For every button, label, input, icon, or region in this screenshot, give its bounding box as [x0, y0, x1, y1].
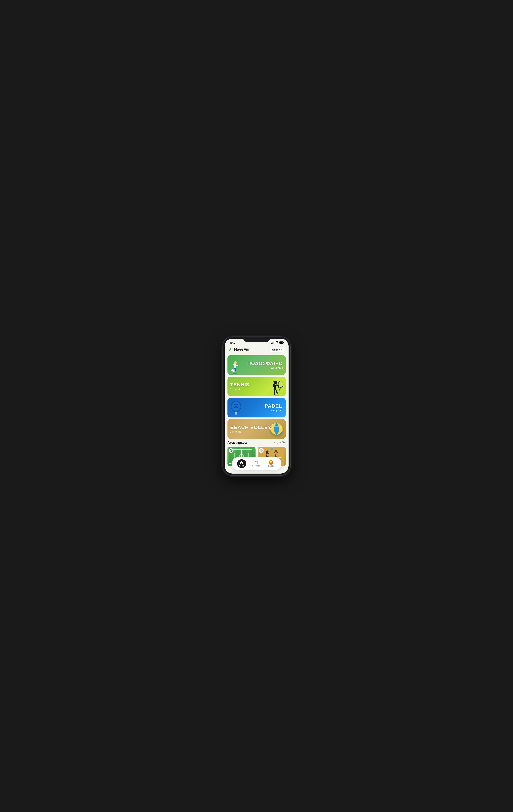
- padel-text: PADEL 46 γήπεδα: [265, 404, 282, 412]
- football-title: ΠΟΔΟΣΦΑΙΡΟ: [247, 361, 283, 366]
- svg-point-45: [275, 450, 277, 452]
- svg-point-17: [232, 402, 240, 411]
- logo: HaveFun: [228, 347, 251, 352]
- svg-rect-53: [255, 463, 256, 463]
- home-icon: [240, 460, 244, 464]
- signal-icon: [271, 342, 274, 344]
- tennis-text: TENNIS 71 γήπεδα: [230, 382, 250, 390]
- profile-avatar: [269, 460, 273, 465]
- sport-card-tennis[interactable]: TENNIS 71 γήπεδα: [227, 377, 286, 396]
- city-selector[interactable]: Αθήνα ▾: [269, 347, 285, 352]
- nav-item-home[interactable]: Home: [237, 459, 246, 468]
- fav-football-icon: ⚽: [229, 448, 233, 453]
- chevron-down-icon: ▾: [281, 348, 282, 351]
- fav-beach-icon: 🏐: [259, 448, 264, 453]
- football-player-illustration: [229, 357, 245, 375]
- svg-point-26: [235, 407, 236, 408]
- content-area[interactable]: ΠΟΔΟΣΦΑΙΡΟ 128 γήπεδα TENNIS 71 γήπεδα: [225, 355, 289, 473]
- city-name: Αθήνα: [272, 348, 280, 351]
- nav-profile-label: Profile: [268, 465, 274, 467]
- app-header: HaveFun Αθήνα ▾: [225, 345, 289, 355]
- football-subtitle: 128 γήπεδα: [247, 367, 283, 369]
- padel-racket-illustration: [229, 400, 245, 416]
- sport-card-padel[interactable]: PADEL 46 γήπεδα: [227, 398, 286, 417]
- svg-rect-54: [256, 463, 256, 463]
- svg-point-22: [235, 406, 236, 407]
- nav-item-bookings[interactable]: Bookings: [250, 459, 262, 468]
- favorites-section-header: Αγαπημένα Δες τα όλα: [227, 440, 286, 445]
- svg-point-15: [274, 381, 277, 382]
- svg-point-25: [234, 407, 235, 408]
- sport-card-beach[interactable]: BEACH VOLLEY 24 Γήπεδα: [227, 419, 286, 439]
- svg-point-1: [233, 373, 237, 374]
- see-all-link[interactable]: Δες τα όλα: [274, 441, 286, 444]
- beach-text: BEACH VOLLEY 24 Γήπεδα: [230, 425, 271, 433]
- logo-text: HaveFun: [234, 347, 251, 352]
- svg-point-21: [233, 406, 234, 407]
- football-text: ΠΟΔΟΣΦΑΙΡΟ 128 γήπεδα: [247, 361, 283, 369]
- svg-point-27: [237, 407, 238, 408]
- svg-rect-29: [234, 413, 237, 415]
- favorites-title: Αγαπημένα: [227, 440, 247, 445]
- svg-point-23: [236, 406, 237, 407]
- nav-item-profile[interactable]: Profile: [266, 459, 276, 468]
- status-time: 9:41: [230, 341, 235, 344]
- tennis-title: TENNIS: [230, 382, 250, 387]
- svg-point-44: [266, 451, 268, 453]
- svg-point-24: [237, 406, 239, 407]
- svg-rect-55: [257, 463, 257, 463]
- svg-point-56: [270, 461, 272, 463]
- wifi-icon: [276, 341, 278, 344]
- beach-title: BEACH VOLLEY: [230, 425, 271, 430]
- bookings-icon: [254, 460, 258, 464]
- svg-point-19: [235, 404, 236, 405]
- svg-rect-49: [255, 461, 258, 464]
- svg-point-18: [234, 404, 235, 405]
- nav-home-label: Home: [239, 465, 244, 467]
- phone-shell: 9:41: [223, 337, 290, 475]
- screen: 9:41: [225, 339, 289, 473]
- nav-bookings-label: Bookings: [252, 465, 260, 467]
- padel-title: PADEL: [265, 404, 282, 409]
- sport-card-football[interactable]: ΠΟΔΟΣΦΑΙΡΟ 128 γήπεδα: [227, 355, 286, 375]
- tennis-subtitle: 71 γήπεδα: [230, 388, 250, 390]
- bottom-nav: Home Book: [232, 457, 281, 470]
- padel-subtitle: 46 γήπεδα: [265, 409, 282, 412]
- logo-icon: [228, 347, 233, 352]
- status-icons: [271, 341, 284, 344]
- battery-icon: [279, 342, 284, 344]
- svg-point-0: [230, 349, 231, 350]
- svg-point-20: [237, 404, 238, 405]
- notch: [243, 337, 270, 342]
- beach-subtitle: 24 Γήπεδα: [230, 430, 271, 433]
- scene: 9:41: [219, 330, 294, 483]
- beach-ball-illustration: [270, 423, 283, 435]
- tennis-player-illustration: [270, 379, 284, 396]
